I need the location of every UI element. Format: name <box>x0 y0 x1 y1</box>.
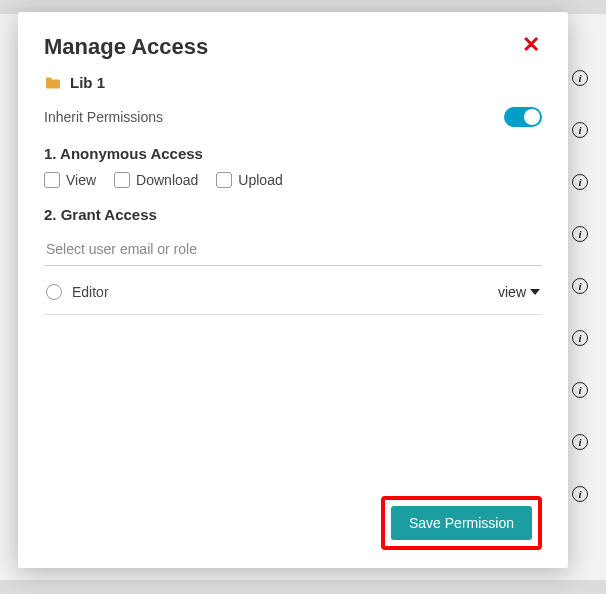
info-icon[interactable]: i <box>572 330 588 346</box>
folder-icon <box>44 76 62 90</box>
inherit-toggle[interactable] <box>504 107 542 127</box>
anon-download-label: Download <box>136 172 198 188</box>
folder-name: Lib 1 <box>70 74 105 91</box>
anonymous-checkbox-row: View Download Upload <box>44 172 542 188</box>
anon-view-label: View <box>66 172 96 188</box>
save-permission-button[interactable]: Save Permission <box>391 506 532 540</box>
modal-header: Manage Access ✕ <box>44 34 542 60</box>
checkbox-icon <box>114 172 130 188</box>
info-icon[interactable]: i <box>572 486 588 502</box>
anon-view-checkbox[interactable]: View <box>44 172 96 188</box>
manage-access-modal: Manage Access ✕ Lib 1 Inherit Permission… <box>18 12 568 568</box>
backdrop-bottom-bar <box>0 580 606 594</box>
save-highlight-box: Save Permission <box>381 496 542 550</box>
info-icon[interactable]: i <box>572 174 588 190</box>
permission-select[interactable]: view <box>498 284 540 300</box>
grant-row: Editor view <box>44 270 542 315</box>
grant-name: Editor <box>72 284 109 300</box>
anon-upload-checkbox[interactable]: Upload <box>216 172 282 188</box>
modal-title: Manage Access <box>44 34 208 60</box>
grant-radio[interactable] <box>46 284 62 300</box>
inherit-label: Inherit Permissions <box>44 109 163 125</box>
modal-footer: Save Permission <box>44 496 542 550</box>
anon-download-checkbox[interactable]: Download <box>114 172 198 188</box>
grant-access-heading: 2. Grant Access <box>44 206 542 223</box>
chevron-down-icon <box>530 289 540 295</box>
info-icon[interactable]: i <box>572 434 588 450</box>
info-icon[interactable]: i <box>572 70 588 86</box>
anonymous-access-heading: 1. Anonymous Access <box>44 145 542 162</box>
permission-value: view <box>498 284 526 300</box>
info-icon[interactable]: i <box>572 122 588 138</box>
background-info-column: i i i i i i i i i <box>572 70 588 502</box>
close-icon[interactable]: ✕ <box>520 34 542 56</box>
grant-row-left: Editor <box>46 284 109 300</box>
grant-search-input[interactable] <box>44 233 542 266</box>
folder-row: Lib 1 <box>44 74 542 91</box>
info-icon[interactable]: i <box>572 382 588 398</box>
checkbox-icon <box>44 172 60 188</box>
info-icon[interactable]: i <box>572 226 588 242</box>
inherit-permissions-row: Inherit Permissions <box>44 107 542 127</box>
info-icon[interactable]: i <box>572 278 588 294</box>
anon-upload-label: Upload <box>238 172 282 188</box>
checkbox-icon <box>216 172 232 188</box>
